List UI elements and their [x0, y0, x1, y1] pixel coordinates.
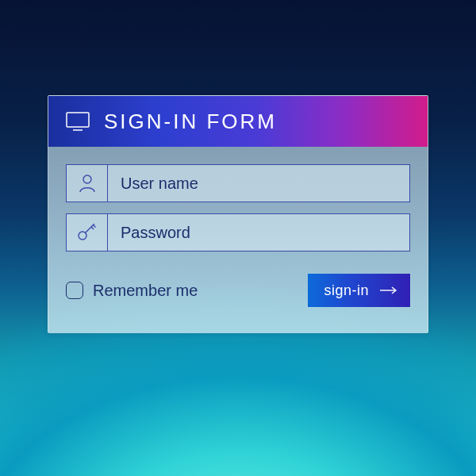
remember-checkbox[interactable] [66, 282, 83, 299]
arrow-right-icon [380, 286, 397, 294]
sign-in-panel: SIGN-IN FORM [48, 95, 428, 333]
username-field[interactable] [66, 164, 410, 202]
sign-in-button-label: sign-in [324, 282, 369, 299]
monitor-icon [66, 112, 90, 131]
password-field[interactable] [66, 213, 410, 251]
panel-body: Remember me sign-in [48, 147, 428, 332]
password-input[interactable] [108, 214, 409, 251]
username-input[interactable] [108, 165, 409, 202]
panel-title: SIGN-IN FORM [104, 109, 277, 134]
svg-point-2 [83, 175, 91, 183]
remember-me[interactable]: Remember me [66, 282, 198, 300]
panel-footer: Remember me sign-in [66, 274, 410, 307]
panel-header: SIGN-IN FORM [48, 96, 428, 147]
svg-rect-0 [67, 113, 89, 127]
remember-label: Remember me [93, 282, 198, 300]
svg-line-5 [91, 227, 94, 229]
key-icon [67, 214, 108, 251]
svg-line-6 [93, 225, 95, 228]
sign-in-button[interactable]: sign-in [308, 274, 410, 307]
user-icon [67, 165, 108, 202]
